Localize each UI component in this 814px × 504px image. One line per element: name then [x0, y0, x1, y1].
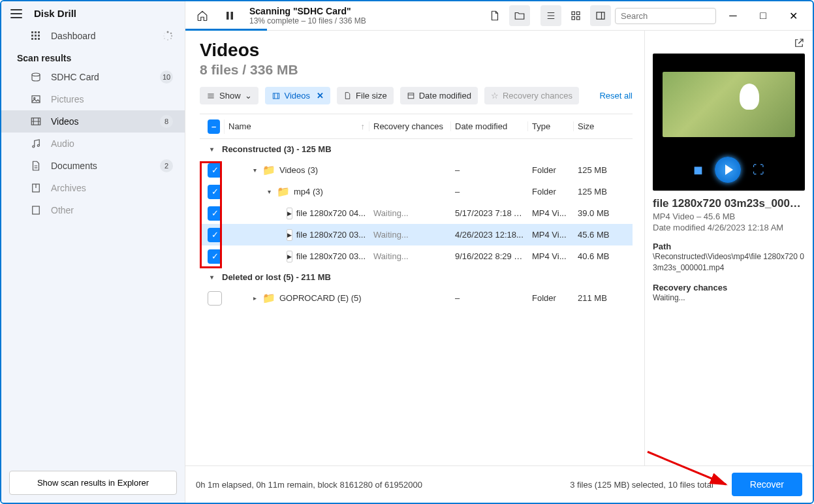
show-filter[interactable]: Show ⌄: [200, 87, 258, 104]
table-row[interactable]: ▸ 📁 GOPROCARD (E) (5) – Folder 211 MB: [200, 287, 633, 309]
cell-size: 211 MB: [574, 293, 633, 303]
cell-date: –: [451, 293, 528, 303]
svg-rect-0: [31, 31, 33, 33]
video-thumbnail: [663, 72, 795, 137]
cell-recovery: Waiting...: [369, 251, 451, 261]
minimize-button[interactable]: ─: [720, 5, 746, 26]
row-checkbox[interactable]: ✓: [208, 206, 222, 221]
svg-point-9: [167, 31, 169, 33]
date-modified-filter[interactable]: Date modified: [400, 87, 478, 104]
col-recovery[interactable]: Recovery chances: [369, 121, 451, 131]
file-name: file 1280x720 03...: [296, 251, 366, 261]
sidebar-item-label: Documents: [51, 161, 97, 171]
table-row[interactable]: ✓ ▶ file 1280x720 04... Waiting... 5/17/…: [200, 202, 633, 224]
col-name[interactable]: Name↑: [225, 121, 369, 131]
table-row[interactable]: ✓ ▶ file 1280x720 03... Waiting... 4/26/…: [200, 224, 633, 245]
row-checkbox[interactable]: ✓: [208, 163, 222, 178]
close-button[interactable]: ✕: [780, 5, 806, 26]
sidebar-item-archives[interactable]: Archives: [1, 177, 185, 199]
videos-filter[interactable]: Videos ✕: [265, 87, 331, 104]
video-preview[interactable]: ◼ ⛶: [653, 54, 805, 191]
chevron-down-icon[interactable]: ▾: [208, 274, 215, 281]
svg-point-17: [32, 73, 40, 76]
group-deleted[interactable]: ▾ Deleted or lost (5) - 211 MB: [200, 267, 633, 287]
expand-icon[interactable]: ▸: [251, 294, 258, 302]
search-input[interactable]: [615, 8, 716, 24]
page-title: Videos: [200, 40, 633, 61]
reset-all-link[interactable]: Reset all: [599, 91, 633, 101]
file-icon[interactable]: [484, 5, 505, 26]
recovery-chances-filter[interactable]: ☆ Recovery chances: [484, 87, 579, 104]
pause-icon[interactable]: [219, 5, 240, 26]
select-all-checkbox[interactable]: –: [208, 119, 220, 134]
sidebar-item-other[interactable]: Other: [1, 199, 185, 221]
drive-icon: [30, 71, 42, 83]
other-icon: [30, 204, 42, 216]
scan-subtitle: 13% complete – 10 files / 336 MB: [249, 16, 366, 25]
cell-size: 125 MB: [574, 187, 633, 197]
cell-type: MP4 Vi...: [528, 251, 574, 261]
row-checkbox[interactable]: ✓: [208, 185, 222, 199]
file-name: GOPROCARD (E) (5): [279, 293, 362, 303]
stop-icon[interactable]: ◼: [693, 163, 703, 177]
sidebar: Disk Drill Dashboard Scan results SDHC C…: [1, 1, 185, 503]
row-checkbox[interactable]: [208, 291, 222, 306]
svg-rect-32: [231, 12, 234, 20]
grid-icon: [30, 31, 42, 41]
expand-icon[interactable]: ▾: [251, 166, 258, 174]
home-icon[interactable]: [192, 5, 213, 26]
sidebar-item-label: SDHC Card: [51, 72, 99, 82]
chevron-down-icon[interactable]: ▾: [208, 146, 215, 153]
menu-icon[interactable]: [10, 9, 22, 18]
svg-rect-8: [38, 38, 40, 40]
svg-rect-50: [408, 93, 414, 99]
svg-rect-31: [227, 12, 229, 20]
sidebar-item-label: Archives: [51, 183, 86, 193]
col-type[interactable]: Type: [528, 121, 574, 131]
sidebar-item-documents[interactable]: Documents 2: [1, 155, 185, 177]
cell-date: –: [451, 165, 528, 175]
panel-view-icon[interactable]: [590, 5, 611, 26]
table-row[interactable]: ✓ ▶ file 1280x720 03... Waiting... 9/16/…: [200, 245, 633, 267]
preview-path: \Reconstructed\Videos\mp4\file 1280x720 …: [653, 251, 805, 274]
folder-icon[interactable]: [509, 5, 530, 26]
popout-icon[interactable]: [793, 37, 805, 51]
col-size[interactable]: Size: [574, 121, 633, 131]
expand-icon[interactable]: ▾: [265, 188, 273, 195]
recover-button[interactable]: Recover: [732, 473, 802, 496]
svg-point-13: [167, 39, 168, 40]
grid-view-icon[interactable]: [565, 5, 586, 26]
list-view-icon[interactable]: [540, 5, 561, 26]
svg-rect-18: [32, 96, 40, 103]
maximize-button[interactable]: □: [750, 5, 776, 26]
page-icon: [343, 91, 352, 100]
star-icon: ☆: [491, 91, 499, 101]
svg-rect-40: [597, 12, 604, 20]
table-row[interactable]: ✓ ▾ 📁 Videos (3) – Folder 125 MB: [200, 159, 633, 181]
show-in-explorer-button[interactable]: Show scan results in Explorer: [9, 471, 177, 495]
row-checkbox[interactable]: ✓: [208, 228, 222, 242]
sidebar-dashboard[interactable]: Dashboard: [1, 25, 185, 46]
file-size-filter[interactable]: File size: [337, 87, 394, 104]
sliders-icon: [206, 91, 215, 101]
play-button[interactable]: [715, 157, 741, 183]
scan-title: Scanning "SDHC Card": [249, 6, 366, 16]
svg-rect-30: [33, 206, 40, 214]
sidebar-item-audio[interactable]: Audio: [1, 133, 185, 155]
col-date[interactable]: Date modified: [451, 121, 528, 131]
preview-pane: ◼ ⛶ file 1280x720 03m23s_0000... MP4 Vid…: [644, 31, 813, 465]
group-reconstructed[interactable]: ▾ Reconstructed (3) - 125 MB: [200, 139, 633, 159]
sidebar-item-sdhc-card[interactable]: SDHC Card 10: [1, 66, 185, 88]
cell-date: –: [451, 187, 528, 197]
sidebar-item-pictures[interactable]: Pictures: [1, 88, 185, 110]
row-checkbox[interactable]: ✓: [208, 249, 222, 264]
fullscreen-icon[interactable]: ⛶: [753, 163, 764, 177]
sidebar-item-videos[interactable]: Videos 8: [1, 110, 185, 133]
count-badge: 8: [160, 115, 173, 128]
close-icon[interactable]: ✕: [317, 91, 324, 101]
cell-type: MP4 Vi...: [528, 230, 574, 240]
count-badge: 10: [160, 71, 173, 84]
svg-point-11: [171, 35, 172, 37]
table-row[interactable]: ✓ ▾ 📁 mp4 (3) – Folder 125 MB: [200, 181, 633, 202]
scan-progress-bar: [185, 29, 267, 31]
